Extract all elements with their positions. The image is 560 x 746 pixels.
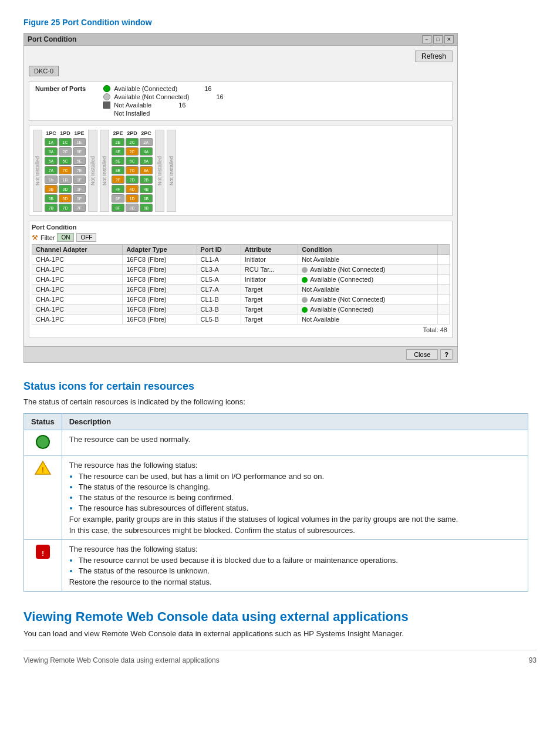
status-desc-text: The resource can be used normally. (69, 435, 190, 444)
port-cell-1pe-2[interactable]: 9E (73, 147, 86, 156)
port-cell-1pe-7[interactable]: 5F (73, 194, 86, 202)
port-cell-2pe-5[interactable]: 2F (112, 175, 124, 184)
port-cell-1pe-1[interactable]: 1E (73, 138, 86, 146)
svg-text:!: ! (42, 465, 44, 474)
port-cell-5a[interactable]: 5A (45, 157, 58, 165)
filter-label: Filter (41, 234, 55, 241)
port-cell-1pd-2[interactable]: 2C (59, 147, 72, 156)
status-icon-cell (24, 430, 62, 456)
status-description-cell: The resource has the following status:Th… (62, 540, 528, 592)
port-cell-1pe-6[interactable]: 3F (73, 185, 86, 193)
big-section-para: You can load and view Remote Web Console… (23, 629, 537, 638)
table-cell-2: CL7-A (197, 285, 241, 295)
port-cell-2pe-1[interactable]: 2E (112, 138, 124, 146)
port-cell-1pd-4[interactable]: 7C (59, 166, 72, 174)
table-row[interactable]: CHA-1PC16FC8 (Fibre)CL1-BTargetAvailable… (32, 295, 450, 305)
close-window-button[interactable]: ✕ (444, 35, 454, 43)
table-row[interactable]: CHA-1PC16FC8 (Fibre)CL3-BTargetAvailable… (32, 305, 450, 315)
port-cell-3a[interactable]: 3A (45, 147, 58, 156)
port-cell-2pd-7[interactable]: 1D (126, 194, 139, 202)
port-cell-2pd-1[interactable]: 2C (126, 138, 139, 146)
help-button[interactable]: ? (440, 349, 453, 360)
port-cell-1pd-5[interactable]: 1D (59, 175, 72, 184)
close-button[interactable]: Close (406, 349, 438, 360)
table-cell-1: 16FC8 (Fibre) (123, 295, 197, 305)
port-cell-2pe-3[interactable]: 6E (112, 157, 124, 165)
status-icon-blocked: ! (36, 545, 50, 559)
table-cell-condition: Not Available (298, 285, 438, 295)
table-cell-1: 16FC8 (Fibre) (123, 285, 197, 295)
condition-dot-gray (302, 297, 308, 303)
table-cell-0: CHA-1PC (32, 285, 123, 295)
port-cell-3b[interactable]: 3B (45, 185, 58, 193)
refresh-button[interactable]: Refresh (415, 50, 453, 62)
port-cell-2pe-4[interactable]: 8E (112, 166, 124, 174)
legend-text-not-available: Not Available (114, 102, 151, 109)
port-cell-1pe-3[interactable]: 5E (73, 157, 86, 165)
port-cell-5b[interactable]: 5B (45, 194, 58, 202)
big-section-heading: Viewing Remote Web Console data using ex… (23, 609, 537, 625)
port-cell-2pd-2[interactable]: 2C (126, 147, 139, 156)
port-cell-2pd-6[interactable]: 4D (126, 185, 139, 193)
port-cell-1pe-4[interactable]: 7E (73, 166, 86, 174)
port-cell-2pd-4[interactable]: 7C (126, 166, 139, 174)
port-cell-1a[interactable]: 1A (45, 138, 58, 146)
port-cell-7b[interactable]: 7B (45, 204, 58, 212)
port-cell-2pd-5[interactable]: 2D (126, 175, 139, 184)
scroll-spacer (438, 275, 450, 285)
port-cell-2pd-8[interactable]: 0D (126, 204, 139, 212)
port-cell-1pd-8[interactable]: 7D (59, 204, 72, 212)
table-row[interactable]: CHA-1PC16FC8 (Fibre)CL7-ATargetNot Avail… (32, 285, 450, 295)
page-footer: Viewing Remote Web Console data using ex… (23, 650, 537, 664)
table-cell-condition: Available (Not Connected) (298, 295, 438, 305)
legend-text-not-connected: Available (Not Connected) (114, 93, 189, 100)
port-cell-2pe-2[interactable]: 4E (112, 147, 124, 156)
port-cell-1pe-5[interactable]: 1F (73, 175, 86, 184)
port-column-group-left: 1PC 1A 3A 5A 7A 1b 3B 5B 7B 1PD 1C 2C 5C… (45, 130, 86, 212)
total-label: Total: (423, 326, 438, 333)
not-installed-label-1: Not Installed (33, 130, 42, 212)
port-cell-2pc-1[interactable]: 2A (140, 138, 153, 146)
table-cell-0: CHA-1PC (32, 295, 123, 305)
port-cell-2pc-7[interactable]: 6B (140, 194, 153, 202)
legend-item-not-available: Not Available 16 (103, 102, 223, 109)
status-table-row: The resource can be used normally. (24, 430, 528, 456)
status-icon-cell: ! (24, 540, 62, 592)
port-cell-2pc-6[interactable]: 4B (140, 185, 153, 193)
port-cell-2pc-8[interactable]: 9B (140, 204, 153, 212)
port-cell-1pd-7[interactable]: 5D (59, 194, 72, 202)
filter-off-button[interactable]: OFF (76, 233, 96, 242)
not-installed-label-2: Not Installed (88, 130, 97, 212)
table-row[interactable]: CHA-1PC16FC8 (Fibre)CL3-ARCU Tar...Avail… (32, 265, 450, 275)
port-cell-7a[interactable]: 7A (45, 166, 58, 174)
legend-area: Number of Ports Available (Connected) 16… (29, 81, 453, 121)
filter-on-button[interactable]: ON (57, 233, 74, 242)
table-cell-2: CL1-B (197, 295, 241, 305)
port-condition-title: Port Condition (32, 224, 450, 231)
port-cell-2pc-2[interactable]: 4A (140, 147, 153, 156)
port-cell-1pd-1[interactable]: 1C (59, 138, 72, 146)
port-cell-1pd-6[interactable]: 3D (59, 185, 72, 193)
table-cell-3: RCU Tar... (241, 265, 298, 275)
port-cell-1pe-8[interactable]: 7F (73, 204, 86, 212)
table-row[interactable]: CHA-1PC16FC8 (Fibre)CL5-AInitiatorAvaila… (32, 275, 450, 285)
window-controls: − □ ✕ (422, 35, 454, 43)
port-cell-2pc-5[interactable]: 2B (140, 175, 153, 184)
table-row[interactable]: CHA-1PC16FC8 (Fibre)CL1-AInitiatorNot Av… (32, 255, 450, 265)
table-row[interactable]: CHA-1PC16FC8 (Fibre)CL5-BTargetNot Avail… (32, 315, 450, 325)
port-cell-2pc-3[interactable]: 6A (140, 157, 153, 165)
legend-count-not-available: 16 (178, 102, 185, 109)
port-cell-2pc-4[interactable]: 8A (140, 166, 153, 174)
dkc-selector[interactable]: DKC-0 (29, 66, 59, 76)
port-cell-2pd-3[interactable]: 6C (126, 157, 139, 165)
table-cell-3: Target (241, 305, 298, 315)
maximize-button[interactable]: □ (433, 35, 443, 43)
minimize-button[interactable]: − (422, 35, 431, 43)
port-cell-2pe-8[interactable]: 8F (112, 204, 124, 212)
port-cell-1b[interactable]: 1b (45, 175, 58, 184)
window-toolbar: Refresh (29, 50, 453, 62)
port-cell-2pe-7[interactable]: 6F (112, 194, 124, 202)
window-body: Refresh DKC-0 Number of Ports Available … (24, 46, 457, 346)
port-cell-1pd-3[interactable]: 5C (59, 157, 72, 165)
port-cell-2pe-6[interactable]: 4F (112, 185, 124, 193)
